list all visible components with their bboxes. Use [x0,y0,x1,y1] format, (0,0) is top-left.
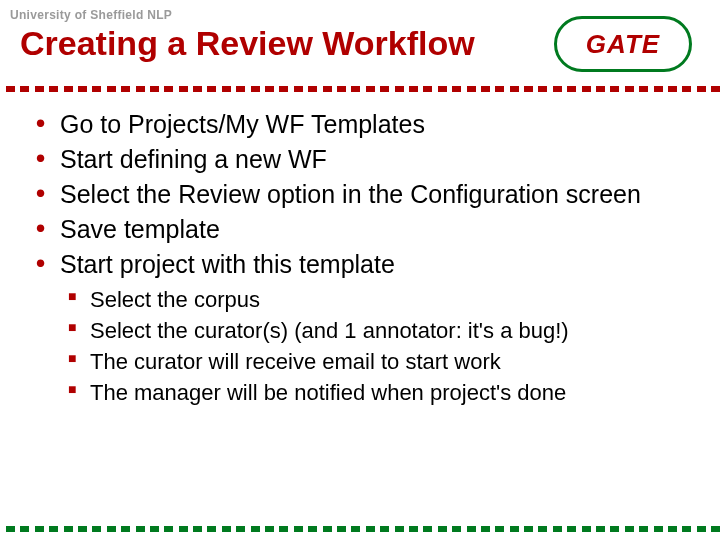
bullet-text: Start defining a new WF [60,145,327,173]
main-bullet-list: Go to Projects/My WF Templates Start def… [34,108,696,407]
sub-bullet-item: The curator will receive email to start … [68,347,696,376]
divider-top [0,86,720,94]
slide-content: Go to Projects/My WF Templates Start def… [34,108,696,409]
bullet-item: Start project with this template Select … [34,248,696,407]
sub-bullet-text: Select the curator(s) (and 1 annotator: … [90,318,569,343]
bullet-text: Go to Projects/My WF Templates [60,110,425,138]
bullet-item: Select the Review option in the Configur… [34,178,696,211]
divider-bottom [0,526,720,534]
organization-header: University of Sheffield NLP [10,8,172,22]
bullet-text: Start project with this template [60,250,395,278]
bullet-item: Go to Projects/My WF Templates [34,108,696,141]
bullet-text: Select the Review option in the Configur… [60,180,641,208]
sub-bullet-list: Select the corpus Select the curator(s) … [68,285,696,407]
sub-bullet-item: Select the corpus [68,285,696,314]
bullet-item: Save template [34,213,696,246]
sub-bullet-text: The manager will be notified when projec… [90,380,566,405]
sub-bullet-item: The manager will be notified when projec… [68,378,696,407]
slide-title: Creating a Review Workflow [20,24,475,63]
gate-logo-text: GATE [586,29,660,60]
bullet-item: Start defining a new WF [34,143,696,176]
slide: University of Sheffield NLP Creating a R… [0,0,720,540]
sub-bullet-item: Select the curator(s) (and 1 annotator: … [68,316,696,345]
sub-bullet-text: The curator will receive email to start … [90,349,501,374]
sub-bullet-text: Select the corpus [90,287,260,312]
bullet-text: Save template [60,215,220,243]
gate-logo: GATE [554,16,692,72]
